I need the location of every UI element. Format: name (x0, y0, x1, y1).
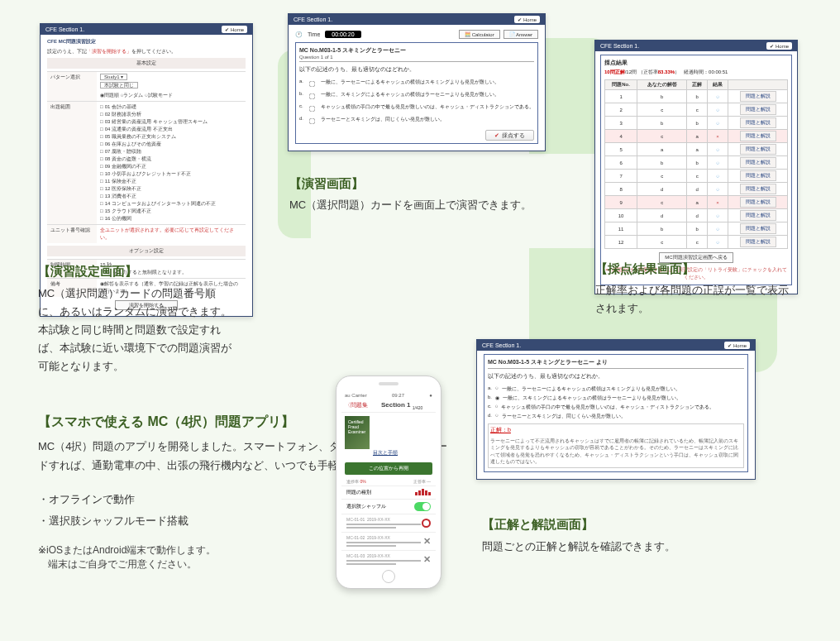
choice-text: ラーセニーとスキミングは、同じくらい発見が難しい。 (321, 116, 445, 127)
table-header: 結果 (708, 80, 728, 90)
pattern-label: パターン選択 (47, 72, 97, 101)
table-row: 12cc○問題と解説 (605, 236, 788, 249)
range-checkbox[interactable]: 01 会計の基礎 (100, 103, 242, 111)
pattern-radios[interactable]: ◉問題順 ○ランダム ○試験モード (100, 92, 242, 99)
phone-list-item[interactable]: MC-01-01 2019-XX-XX (341, 514, 436, 532)
results-panel: CFE Section 1. ✔ Home 採点結果 10問正解/12問 （正答… (594, 40, 798, 294)
view-explain-button[interactable]: 問題と解説 (740, 184, 776, 194)
view-explain-button[interactable]: 問題と解説 (740, 170, 776, 181)
results-title: 採点結果 (604, 59, 788, 67)
view-explain-button[interactable]: 問題と解説 (740, 144, 776, 155)
choice-radio[interactable] (309, 81, 316, 88)
radio-icon: ○ (495, 404, 499, 411)
view-explain-button[interactable]: 問題と解説 (740, 197, 776, 208)
range-checkbox[interactable]: 12 医療保険不正 (100, 185, 242, 193)
range-checkbox[interactable]: 05 職員業務の不正支出システム (100, 133, 242, 141)
desc-practice: MC（選択問題）カードを画面上で演習できます。 (289, 196, 537, 214)
choice-row[interactable]: b.一般に、スキミングによるキャッシュの横領はラーセニーよりも発見が難しい。 (299, 91, 534, 102)
choice-radio[interactable] (309, 118, 316, 125)
range-checkbox[interactable]: 11 保険金不正 (100, 178, 242, 185)
desc-explain: 問題ごとの正解と解説を確認できます。 (482, 538, 675, 556)
answer-button[interactable]: 📄 Answer (504, 30, 538, 39)
view-explain-button[interactable]: 問題と解説 (740, 131, 776, 141)
range-checkbox[interactable]: 04 流通業の資産流用 不正支出 (100, 126, 242, 133)
home-button[interactable]: ✔ Home (222, 26, 247, 33)
radio-icon: ○ (495, 413, 499, 420)
view-explain-button[interactable]: 問題と解説 (740, 117, 776, 128)
range-checkbox[interactable]: 16 公的機関 (100, 215, 242, 222)
choice-text: 一般に、スキミングによるキャッシュの横領はラーセニーよりも発見が難しい。 (503, 395, 681, 402)
phone-time: 09:27 (392, 393, 404, 398)
table-row: 4ca×問題と解説 (605, 130, 788, 143)
home-button[interactable]: ✔ Home (766, 42, 792, 50)
choice-text: キャッシュ横領の手口の中で最も発見が難しいのは、キャッシュ・ディストラクションで… (321, 103, 534, 114)
caption-results: 【採点結果画面】 (595, 261, 694, 277)
choice-text: 一般に、スキミングによるキャッシュの横領はラーセニーよりも発見が難しい。 (321, 91, 499, 102)
choice-row[interactable]: d.ラーセニーとスキミングは、同じくらい発見が難しい。 (299, 116, 534, 127)
choice-row[interactable]: c.キャッシュ横領の手口の中で最も発見が難しいのは、キャッシュ・ディストラクショ… (299, 103, 534, 114)
app-title: CFE Section 1. (45, 26, 84, 32)
pattern-select[interactable]: Study1 ▾ (100, 74, 127, 80)
phone-list-item[interactable]: MC-01-03 2019-XX-XX✕ (341, 550, 436, 568)
phone-bars-icon[interactable] (415, 489, 431, 495)
phone-toc-link[interactable]: 目次と手順 (373, 449, 398, 457)
choice-row: b.◉一般に、スキミングによるキャッシュの横領はラーセニーよりも発見が難しい。 (488, 395, 744, 402)
phone-resume-button[interactable]: この位置から再開 (345, 462, 432, 475)
range-checklist[interactable]: 01 会計の基礎02 財務諸表分析03 経営業の資産流用 キャッシュ管理スキーム… (97, 102, 246, 224)
explain-qtext: 以下の記述のうち、最も適切なのはどれか。 (488, 372, 744, 380)
choice-radio[interactable] (309, 93, 316, 100)
table-row: 7cc○問題と解説 (605, 170, 788, 183)
range-checkbox[interactable]: 13 消費者不正 (100, 193, 242, 200)
pattern-select-2[interactable]: 本試験と同じ (100, 82, 138, 88)
section-option: オプション設定 (47, 246, 246, 256)
home-button[interactable]: ✔ Home (514, 16, 540, 23)
range-checkbox[interactable]: 08 資金の盗難・横流 (100, 155, 242, 163)
view-explain-button[interactable]: 問題と解説 (740, 210, 776, 221)
time-label: Time (308, 31, 320, 37)
choice-row: c.○キャッシュ横領の手口の中で最も発見が難しいのは、キャッシュ・ディストラクシ… (488, 404, 744, 411)
panel-title: CFE MC問題演習設定 (47, 38, 246, 45)
choice-text: 一般に、ラーセニーによるキャッシュの横領はスキミングよりも発見が難しい。 (502, 385, 680, 393)
phone-carrier: au Carrier (345, 393, 367, 398)
range-checkbox[interactable]: 09 金融機関の不正 (100, 163, 242, 170)
correct-icon (422, 519, 431, 528)
phone-shuffle-label: 選択肢シャッフル (346, 503, 386, 510)
phone-list-item[interactable]: MC-01-02 2019-XX-XX✕ (341, 532, 436, 550)
choice-row[interactable]: a.一般に、ラーセニーによるキャッシュの横領はスキミングよりも発見が難しい。 (299, 79, 534, 89)
clock-icon: 🕐 (295, 31, 303, 38)
correct-answer: 正解：b (490, 426, 742, 434)
view-explain-button[interactable]: 問題と解説 (740, 157, 776, 168)
radio-icon: ○ (495, 385, 499, 393)
range-checkbox[interactable]: 10 小切手およびクレジットカード不正 (100, 170, 242, 178)
view-explain-button[interactable]: 問題と解説 (740, 223, 776, 234)
view-explain-button[interactable]: 問題と解説 (740, 237, 776, 247)
caption-settings: 【演習設定画面】 (38, 264, 137, 280)
unit-label: ユニット番号確認 (47, 225, 97, 243)
shuffle-toggle[interactable] (414, 502, 431, 511)
results-table: 問題No.あなたの解答正解結果 1bb○問題と解説2cc○問題と解説3bb○問題… (604, 79, 788, 249)
question-id: MC No.M03-1-5 スキミングとラーセニー (299, 46, 534, 55)
phone-back-button[interactable]: 〈問題集 (345, 401, 368, 409)
table-row: 9ca×問題と解説 (605, 196, 788, 209)
range-checkbox[interactable]: 07 腐敗・贈収賄 (100, 148, 242, 155)
table-header (728, 80, 788, 90)
range-checkbox[interactable]: 14 コンピュータおよびインターネット関連の不正 (100, 200, 242, 208)
unit-value: 全ユニットが選択されます。必要に応じて再設定してください。 (97, 225, 246, 243)
range-checkbox[interactable]: 03 経営業の資産流用 キャッシュ管理スキーム (100, 118, 242, 126)
section-basic: 基本設定 (47, 58, 246, 69)
grade-button[interactable]: 採点する (485, 130, 534, 141)
phone-problems-label: 問題の種別 (346, 489, 371, 496)
view-explain-button[interactable]: 問題と解説 (740, 104, 776, 115)
calculator-button[interactable]: 🧮 Calculator (459, 30, 500, 39)
table-header: 問題No. (605, 80, 637, 90)
table-row: 1bb○問題と解説 (605, 90, 788, 103)
range-checkbox[interactable]: 15 クラウド関連不正 (100, 208, 242, 215)
view-explain-button[interactable]: 問題と解説 (740, 91, 776, 102)
choice-radio[interactable] (308, 106, 315, 112)
range-checkbox[interactable]: 02 財務諸表分析 (100, 111, 242, 118)
home-button[interactable]: ✔ Home (724, 342, 750, 349)
table-row: 6bb○問題と解説 (605, 156, 788, 170)
battery-icon: ● (429, 393, 432, 398)
timer-display: 00:00:20 (325, 31, 360, 38)
range-checkbox[interactable]: 06 在庫およびその他資産 (100, 141, 242, 148)
